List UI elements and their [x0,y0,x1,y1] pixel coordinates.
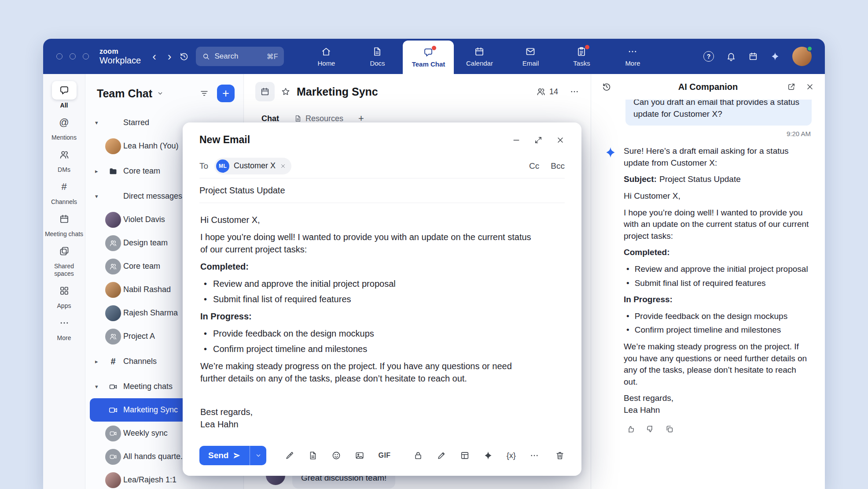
ai-sparkle-icon[interactable] [483,451,493,460]
group-label: Direct messages [123,192,182,201]
calendar-today-icon[interactable] [748,52,758,61]
forward-icon[interactable]: › [168,50,172,63]
collapse-triangle-icon[interactable]: ▾ [95,383,103,390]
avatar [105,138,121,154]
insert-image-icon[interactable] [355,451,364,460]
members-count[interactable]: 14 [536,87,558,96]
tab-chat[interactable]: Chat [261,114,279,123]
encryption-lock-icon[interactable] [413,451,423,460]
copy-icon[interactable] [665,425,674,433]
meeting-icon [103,382,123,391]
ai-panel-close-icon[interactable] [805,82,814,91]
help-icon[interactable]: ? [703,51,714,62]
ai-companion-icon[interactable] [770,52,780,61]
subject-value: Project Status Update [659,174,741,184]
rail-item-mentions[interactable]: @ Mentions [44,113,85,141]
variables-icon[interactable]: {x} [507,451,516,460]
expand-icon[interactable] [534,136,543,144]
nav-team-chat[interactable]: Team Chat [403,41,454,74]
rail-item-channels[interactable]: # Channels [44,178,85,205]
rail-item-apps[interactable]: Apps [44,282,85,309]
collapse-triangle-icon[interactable]: ▸ [95,358,103,365]
in-progress-label: In Progress: [200,310,534,322]
rail-label: Meeting chats [45,230,83,237]
window-controls [56,53,89,59]
minimize-icon[interactable] [512,136,521,144]
rail-label: Channels [51,198,77,205]
subject-input[interactable]: Project Status Update [199,185,285,196]
thumbs-up-icon[interactable] [626,425,635,433]
email-closing: We’re making steady progress on the proj… [200,360,534,385]
app-window: zoom Workplace ‹ › Search ⌘F Home Docs T… [43,39,825,489]
ai-conversation: Can you draft an email that provides a s… [591,100,825,489]
signature-pen-icon[interactable] [285,451,294,460]
nav-docs[interactable]: Docs [352,39,403,74]
attach-file-icon[interactable] [308,451,318,460]
nav-more[interactable]: More [607,39,658,74]
group-label: Starred [123,118,149,127]
history-nav: ‹ › [152,50,171,63]
all-chats-icon [52,81,77,100]
back-icon[interactable]: ‹ [152,50,156,63]
nav-email[interactable]: Email [505,39,556,74]
window-zoom-dot[interactable] [83,53,89,59]
rail-item-meeting-chats[interactable]: Meeting chats [44,210,85,237]
logo-workplace: Workplace [99,56,141,65]
nav-home[interactable]: Home [301,39,352,74]
email-signature-block: Best regards, Lea Hahn [200,406,534,430]
chevron-down-icon[interactable] [157,90,164,97]
item-label: All hands quarte... [123,452,187,461]
in-progress-label: In Progress: [624,294,812,306]
search-input[interactable]: Search ⌘F [196,47,284,66]
thumbs-down-icon[interactable] [646,425,655,433]
rail-item-shared-spaces[interactable]: Shared spaces [44,242,85,277]
channels-icon: # [52,178,77,196]
modal-close-icon[interactable] [556,136,565,144]
remove-recipient-icon[interactable] [280,163,286,169]
user-avatar[interactable] [792,47,812,66]
ai-history-icon[interactable] [602,82,611,92]
collapse-triangle-icon[interactable]: ▸ [95,168,103,174]
gif-icon[interactable]: GIF [378,452,390,459]
chat-more-icon[interactable] [570,87,579,96]
tasks-icon [576,46,587,57]
edit-pencil-icon[interactable] [437,451,446,460]
rail-item-dms[interactable]: DMs [44,145,85,173]
star-favorite-icon[interactable] [281,87,291,96]
email-signature: Lea Hahn [200,418,534,430]
nav-tasks[interactable]: Tasks [556,39,607,74]
recipient-chip[interactable]: ML Customer X [214,158,291,174]
collapse-triangle-icon[interactable]: ▾ [95,193,103,200]
rail-item-all[interactable]: All [44,81,85,109]
recipient-row[interactable]: To ML Customer X Cc Bcc [199,154,565,178]
subject-label: Subject: [624,174,657,184]
tab-resources[interactable]: Resources [294,114,343,123]
nav-calendar[interactable]: Calendar [454,39,505,74]
delete-draft-icon[interactable] [555,451,565,460]
window-close-dot[interactable] [56,53,63,59]
collapse-triangle-icon[interactable]: ▾ [95,119,103,126]
history-icon[interactable] [179,52,189,61]
subject-row[interactable]: Project Status Update [199,178,565,203]
group-avatar [105,259,121,274]
emoji-icon[interactable] [331,451,341,460]
template-layout-icon[interactable] [460,451,470,460]
notifications-bell-icon[interactable] [726,52,736,61]
window-minimize-dot[interactable] [70,53,76,59]
list-item: Submit final list of required features [204,293,534,305]
rail-item-more[interactable]: More [44,314,85,341]
send-options-button[interactable] [250,446,266,465]
email-body-editor[interactable]: Hi Customer X, I hope you’re doing well!… [199,203,565,438]
open-in-new-window-icon[interactable] [787,82,796,91]
cc-button[interactable]: Cc [529,161,539,171]
group-label: Channels [123,357,157,366]
new-chat-button[interactable]: + [217,85,235,102]
send-button[interactable]: Send [199,446,250,465]
bcc-button[interactable]: Bcc [551,161,565,171]
item-label: Violet Davis [123,215,165,224]
filter-icon[interactable] [199,89,209,98]
user-message-bubble: Can you draft an email that provides a s… [625,100,812,126]
nav-more-label: More [625,59,640,67]
email-intro: I hope you’re doing well! I wanted to pr… [200,231,534,256]
more-tools-icon[interactable] [530,451,539,460]
